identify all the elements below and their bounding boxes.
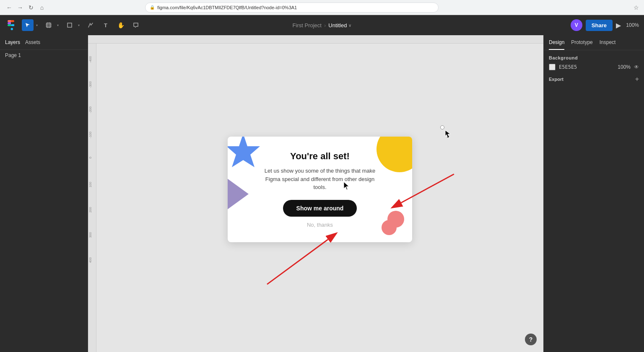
select-tool-dropdown[interactable]: ▾ bbox=[34, 19, 39, 31]
page-label: Page 1 bbox=[5, 52, 21, 58]
tab-inspect[interactable]: Inspect bbox=[600, 35, 616, 50]
tab-prototype[interactable]: Prototype bbox=[571, 35, 592, 50]
chevron-down-icon: ∨ bbox=[348, 23, 351, 28]
back-button[interactable]: ← bbox=[5, 3, 13, 12]
modal-description: Let us show you some of the things that … bbox=[261, 167, 379, 192]
right-panel: Design Prototype Inspect Background E5E5… bbox=[543, 35, 644, 352]
visibility-toggle[interactable]: 👁 bbox=[634, 64, 639, 70]
lock-icon: 🔒 bbox=[150, 5, 155, 10]
figma-logo[interactable] bbox=[5, 19, 17, 31]
bookmark-icon[interactable]: ☆ bbox=[634, 4, 639, 11]
frame-tool-dropdown[interactable]: ▾ bbox=[55, 19, 60, 31]
svg-point-9 bbox=[382, 220, 397, 235]
toolbar-center: First Project › Untitled ∨ bbox=[293, 22, 352, 28]
help-button[interactable]: ? bbox=[525, 334, 537, 345]
home-button[interactable]: ⌂ bbox=[38, 3, 46, 12]
svg-marker-7 bbox=[228, 177, 249, 211]
onboarding-modal: You're all set! Let us show you some of … bbox=[228, 137, 412, 242]
main-layout: Layers Assets Page 1 -650 -600 -550 -500… bbox=[0, 35, 644, 352]
export-section-label: Export bbox=[549, 77, 564, 82]
tab-assets[interactable]: Assets bbox=[25, 39, 40, 46]
tool-group-shapes: ▾ bbox=[64, 19, 81, 31]
share-button[interactable]: Share bbox=[586, 20, 613, 31]
modal-title: You're all set! bbox=[290, 151, 350, 162]
right-panel-tabs: Design Prototype Inspect bbox=[544, 35, 644, 50]
tab-design[interactable]: Design bbox=[549, 35, 564, 50]
text-tool[interactable]: T bbox=[100, 19, 112, 31]
page-item[interactable]: Page 1 bbox=[0, 50, 88, 61]
background-row: E5E5E5 100% 👁 bbox=[549, 64, 639, 70]
no-thanks-button[interactable]: No, thanks bbox=[307, 222, 333, 228]
address-bar[interactable]: 🔒 figma.com/file/Kq6vAc1DBTMIlZFDE7QlfB/… bbox=[145, 3, 439, 13]
canvas-area[interactable]: -650 -600 -550 -500 -450 -400 -350 -300 … bbox=[88, 35, 543, 352]
svg-point-0 bbox=[11, 28, 13, 30]
user-avatar: V bbox=[571, 19, 582, 31]
zoom-level: 100% bbox=[624, 22, 639, 28]
comment-tool[interactable] bbox=[130, 19, 142, 31]
tab-layers[interactable]: Layers bbox=[5, 39, 20, 46]
deco-pink-blob bbox=[380, 210, 407, 239]
nav-buttons: ← → ↻ ⌂ bbox=[5, 3, 46, 12]
svg-rect-6 bbox=[68, 23, 72, 27]
project-name: First Project bbox=[293, 22, 322, 28]
tool-group-frame: ▾ bbox=[43, 19, 60, 31]
deco-yellow-circle bbox=[377, 137, 412, 172]
shape-tool[interactable] bbox=[64, 19, 75, 31]
deco-purple-triangle bbox=[228, 177, 249, 212]
canvas-content[interactable]: You're all set! Let us show you some of … bbox=[96, 44, 543, 352]
shape-tool-dropdown[interactable]: ▾ bbox=[76, 19, 81, 31]
svg-line-13 bbox=[267, 239, 328, 284]
url-text: figma.com/file/Kq6vAc1DBTMIlZFDE7QlfB/Un… bbox=[157, 5, 297, 10]
resize-cursor: ↗ bbox=[444, 129, 453, 140]
breadcrumb-separator: › bbox=[324, 22, 326, 28]
deco-blue-star bbox=[228, 137, 262, 171]
selection-handle-circle bbox=[440, 125, 444, 129]
browser-chrome: ← → ↻ ⌂ 🔒 figma.com/file/Kq6vAc1DBTMIlZF… bbox=[0, 0, 644, 15]
forward-button[interactable]: → bbox=[16, 3, 24, 12]
tool-group-selection: ▾ bbox=[22, 19, 39, 31]
left-panel: Layers Assets Page 1 bbox=[0, 35, 88, 352]
file-name-text: Untitled bbox=[328, 22, 347, 28]
hand-tool[interactable]: ✋ bbox=[115, 19, 127, 31]
bg-color-swatch[interactable] bbox=[549, 64, 556, 70]
export-row: Export + bbox=[549, 75, 639, 83]
svg-rect-1 bbox=[47, 23, 51, 27]
file-name-button[interactable]: Untitled ∨ bbox=[328, 22, 351, 28]
frame-tool[interactable] bbox=[43, 19, 55, 31]
tool-group-pen bbox=[85, 19, 96, 31]
play-button[interactable]: ▶ bbox=[616, 21, 621, 29]
svg-text:↗: ↗ bbox=[447, 135, 449, 139]
bg-hex-value: E5E5E5 bbox=[559, 64, 614, 70]
show-me-around-button[interactable]: Show me around bbox=[283, 200, 357, 217]
background-section-label: Background bbox=[549, 55, 639, 60]
ruler-horizontal: -650 -600 -550 -500 -450 -400 -350 -300 … bbox=[88, 35, 543, 44]
select-tool[interactable] bbox=[22, 19, 34, 31]
ruler-vertical: -400 -300 -200 -100 0 100 200 300 400 bbox=[88, 44, 96, 352]
bg-opacity-value: 100% bbox=[618, 64, 631, 70]
canvas-cursor bbox=[344, 182, 351, 192]
pen-tool[interactable] bbox=[85, 19, 96, 31]
export-add-button[interactable]: + bbox=[635, 75, 639, 83]
right-panel-content: Background E5E5E5 100% 👁 Export + bbox=[544, 50, 644, 352]
refresh-button[interactable]: ↻ bbox=[27, 3, 35, 12]
figma-toolbar: ▾ ▾ ▾ T ✋ First Project › Untitled ∨ V S… bbox=[0, 15, 644, 35]
toolbar-right: V Share ▶ 100% bbox=[571, 19, 639, 31]
panel-tabs: Layers Assets bbox=[0, 35, 88, 50]
